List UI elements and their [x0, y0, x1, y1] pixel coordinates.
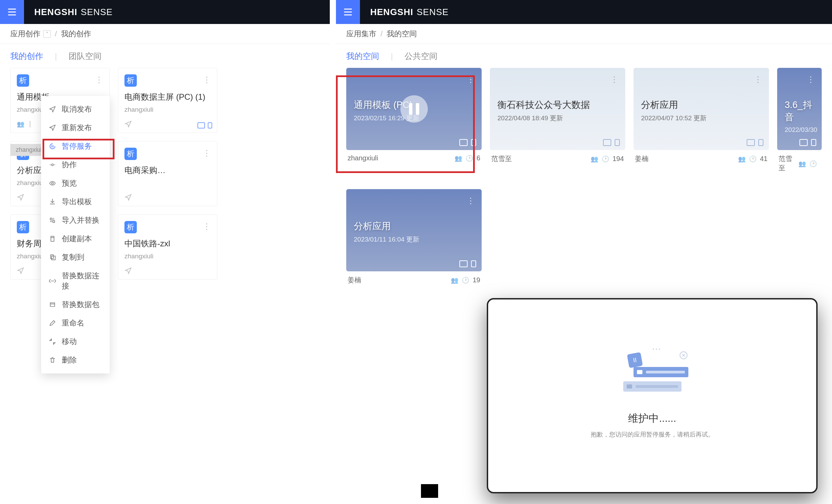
mobile-icon	[811, 139, 816, 146]
clock-icon	[466, 154, 473, 162]
card-menu-button[interactable]: ⋮	[95, 75, 103, 85]
mobile-icon	[471, 139, 476, 146]
card-menu-button[interactable]: ⋮	[807, 75, 815, 84]
mobile-icon	[471, 260, 476, 267]
tab-public-space[interactable]: 公共空间	[405, 51, 437, 62]
menu-item-3[interactable]: 协作	[41, 156, 110, 174]
card-badge-icon: 析	[124, 221, 137, 233]
menu-item-1[interactable]: 重新发布	[41, 119, 110, 137]
card-title: 分析应用	[641, 99, 761, 111]
maintenance-illustration: • • • II	[620, 353, 685, 401]
left-app-creation-pane: HENGSHI SENSE 应用创作 ˅ / 我的创作 我的创作 | 团队空间 …	[0, 0, 330, 483]
card-title: 中国铁路-zxl	[124, 238, 211, 249]
card-menu-button[interactable]: ⋮	[754, 75, 762, 84]
menu-item-icon	[49, 161, 56, 169]
market-card[interactable]: ⋮ 分析应用 2023/01/11 16:04 更新 姜楠 19	[346, 189, 482, 285]
tab-team-space[interactable]: 团队空间	[69, 51, 101, 62]
card-menu-button[interactable]: ⋮	[467, 196, 475, 206]
menu-item-13[interactable]: 删除	[41, 351, 110, 369]
device-icons	[799, 139, 816, 146]
menu-item-icon	[49, 217, 56, 224]
clock-icon	[749, 155, 757, 163]
card-badge-icon: 析	[17, 74, 29, 87]
clock-icon	[462, 276, 469, 284]
card-author: 范雪至	[491, 154, 512, 163]
card-title: 衡石科技公众号大数据	[497, 99, 618, 111]
send-icon	[124, 120, 132, 128]
breadcrumb-current: 我的创作	[61, 29, 91, 39]
app-card[interactable]: 析 ⋮ 中国铁路-zxl zhangxiuli	[118, 214, 217, 280]
device-icons	[459, 139, 476, 146]
people-icon	[17, 120, 24, 128]
people-icon	[738, 155, 746, 163]
card-menu-button[interactable]: ⋮	[203, 75, 211, 85]
brand-logo: HENGSHI SENSE	[370, 7, 449, 17]
tab-my-creation[interactable]: 我的创作	[10, 51, 43, 62]
menu-item-label: 创建副本	[62, 234, 92, 244]
breadcrumb-dropdown-icon[interactable]: ˅	[43, 30, 51, 38]
menu-item-icon	[49, 254, 56, 261]
device-icons	[747, 139, 763, 146]
menu-item-icon	[49, 198, 56, 206]
menu-item-12[interactable]: 移动	[41, 332, 110, 351]
card-menu-button[interactable]: ⋮	[203, 148, 211, 158]
menu-item-11[interactable]: 重命名	[41, 314, 110, 332]
market-card[interactable]: ⋮ 3.6_抖音 2022/03/30 范雪至	[777, 68, 822, 173]
brand-logo: HENGSHI SENSE	[34, 7, 113, 17]
clock-icon	[809, 160, 817, 168]
mobile-icon	[208, 122, 212, 128]
menu-item-label: 重新发布	[62, 123, 92, 133]
menu-hamburger-button[interactable]	[336, 0, 360, 24]
card-menu-button[interactable]: ⋮	[467, 75, 475, 84]
menu-item-9[interactable]: 替换数据连接	[41, 267, 110, 295]
card-footer: 姜楠 19	[346, 271, 482, 285]
menu-item-label: 替换数据包	[62, 299, 99, 310]
app-card[interactable]: 析 ⋮ 电商数据主屏 (PC) (1) zhangxiuli	[118, 68, 217, 133]
breadcrumb-root[interactable]: 应用创作	[10, 29, 40, 39]
menu-item-0[interactable]: 取消发布	[41, 100, 110, 119]
card-title: 分析应用	[354, 220, 474, 232]
card-title: 电商采购…	[124, 165, 211, 176]
menu-item-10[interactable]: 替换数据包	[41, 295, 110, 314]
breadcrumb-current: 我的空间	[387, 29, 417, 39]
market-card[interactable]: ⋮ 通用模板 (PC) 2023/02/15 16:29 更新 zhangxiu…	[346, 68, 482, 173]
menu-item-2[interactable]: 暂停服务	[41, 137, 110, 156]
menu-hamburger-button[interactable]	[0, 0, 24, 24]
menu-item-icon	[49, 338, 56, 345]
menu-item-icon	[49, 143, 56, 150]
menu-item-7[interactable]: 创建副本	[41, 230, 110, 248]
card-count: 6	[477, 154, 480, 162]
send-icon	[17, 267, 24, 274]
device-icons	[197, 122, 212, 128]
card-author: 姜楠	[635, 154, 649, 163]
card-menu-button[interactable]: ⋮	[610, 75, 618, 84]
card-thumbnail: ⋮ 通用模板 (PC) 2023/02/15 16:29 更新	[346, 68, 482, 150]
menu-item-6[interactable]: 导入并替换	[41, 211, 110, 230]
menu-item-label: 替换数据连接	[62, 271, 102, 291]
menu-item-8[interactable]: 复制到	[41, 248, 110, 267]
menu-item-5[interactable]: 导出模板	[41, 193, 110, 211]
market-card[interactable]: ⋮ 衡石科技公众号大数据 2022/04/08 18:49 更新 范雪至 194	[490, 68, 625, 173]
card-thumbnail: ⋮ 分析应用 2022/04/07 10:52 更新	[634, 68, 769, 150]
market-card[interactable]: ⋮ 分析应用 2022/04/07 10:52 更新 姜楠 41	[634, 68, 769, 173]
card-update-time: 2022/04/07 10:52 更新	[641, 114, 761, 123]
menu-item-4[interactable]: 预览	[41, 174, 110, 193]
menu-item-icon	[49, 356, 56, 364]
card-menu-button[interactable]: ⋮	[203, 222, 211, 231]
menu-item-label: 预览	[62, 178, 77, 188]
breadcrumb: 应用集市 / 我的空间	[336, 24, 832, 44]
card-thumbnail: ⋮ 分析应用 2023/01/11 16:04 更新	[346, 189, 482, 271]
menu-item-icon	[49, 235, 56, 243]
breadcrumb-root[interactable]: 应用集市	[346, 29, 376, 39]
menu-item-icon	[49, 106, 56, 113]
menu-item-label: 协作	[62, 160, 77, 170]
card-title: 3.6_抖音	[785, 99, 814, 123]
card-footer: 范雪至 194	[490, 150, 625, 163]
card-author: zhangxiuli	[124, 106, 211, 113]
tab-my-space[interactable]: 我的空间	[346, 51, 379, 62]
card-badge-icon: 析	[124, 148, 137, 160]
app-card[interactable]: 析 ⋮ 电商采购…	[118, 141, 217, 206]
people-icon	[591, 155, 598, 163]
desktop-icon	[197, 122, 205, 128]
maintenance-title: 维护中......	[628, 411, 676, 426]
